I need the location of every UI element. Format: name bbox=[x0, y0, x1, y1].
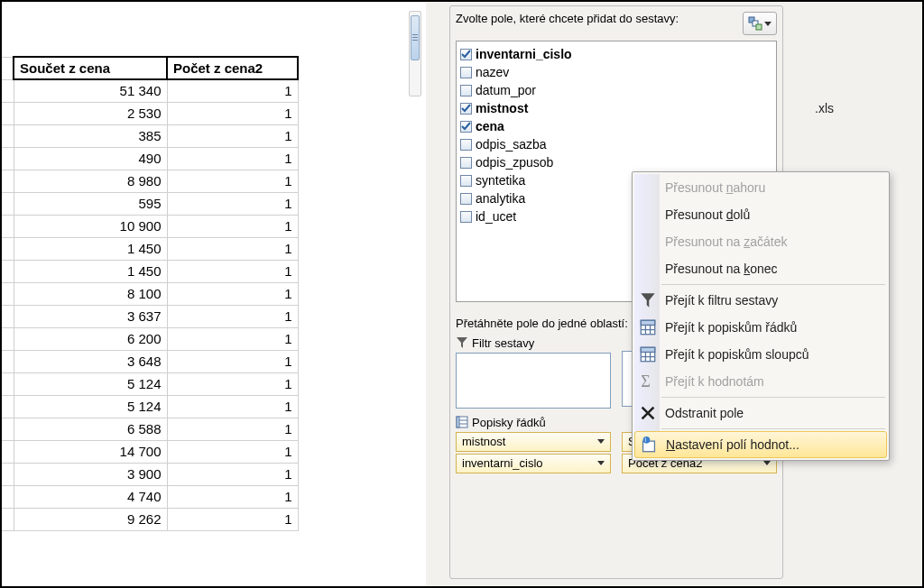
scrollbar-thumb[interactable] bbox=[411, 15, 420, 60]
pivot-table[interactable]: Součet z cena Počet z cena2 51 34012 530… bbox=[2, 56, 426, 531]
cell-pocet[interactable]: 1 bbox=[167, 192, 298, 215]
field-label: datum_por bbox=[476, 83, 536, 97]
menu-item[interactable]: Odstranit pole bbox=[634, 400, 887, 427]
cell-soucet[interactable]: 3 637 bbox=[14, 305, 167, 327]
context-menu[interactable]: Přesunout nahoruPřesunout dolůPřesunout … bbox=[632, 171, 890, 461]
menu-item[interactable]: Přejít k filtru sestavy bbox=[634, 287, 887, 314]
layout-options-button[interactable] bbox=[743, 12, 777, 35]
menu-item[interactable]: Přejít k popiskům řádků bbox=[634, 314, 887, 341]
svg-rect-2 bbox=[756, 24, 762, 30]
cell-soucet[interactable]: 595 bbox=[14, 192, 167, 215]
cell-pocet[interactable]: 1 bbox=[167, 170, 298, 192]
cell-pocet[interactable]: 1 bbox=[167, 372, 298, 395]
cell-soucet[interactable]: 490 bbox=[14, 147, 167, 170]
cell-pocet[interactable]: 1 bbox=[167, 215, 298, 237]
checkbox-icon[interactable] bbox=[460, 193, 472, 205]
cell-pocet[interactable]: 1 bbox=[167, 237, 298, 260]
cell-soucet[interactable]: 385 bbox=[14, 124, 167, 147]
field-mistnost[interactable]: mistnost bbox=[458, 99, 774, 117]
header-soucet[interactable]: Součet z cena bbox=[14, 57, 167, 79]
field-inventarni_cislo[interactable]: inventarni_cislo bbox=[458, 45, 774, 63]
cell-soucet[interactable]: 1 450 bbox=[14, 260, 167, 282]
cell-soucet[interactable]: 51 340 bbox=[14, 79, 167, 102]
field-label: analytika bbox=[476, 191, 525, 206]
field-cena[interactable]: cena bbox=[458, 117, 774, 135]
field-odpis_zpusob[interactable]: odpis_zpusob bbox=[458, 153, 774, 171]
cell-pocet[interactable]: 1 bbox=[167, 147, 298, 170]
cell-pocet[interactable]: 1 bbox=[167, 463, 298, 485]
blank-icon bbox=[640, 261, 656, 277]
svg-rect-6 bbox=[457, 417, 459, 427]
cell-pocet[interactable]: 1 bbox=[167, 102, 298, 124]
filter-zone[interactable] bbox=[456, 353, 611, 409]
info-icon: i bbox=[641, 436, 657, 453]
checkbox-icon[interactable] bbox=[460, 49, 472, 60]
dropdown-icon bbox=[764, 22, 772, 26]
blank-icon bbox=[640, 207, 656, 223]
cell-pocet[interactable]: 1 bbox=[167, 508, 298, 530]
cell-soucet[interactable]: 8 980 bbox=[14, 170, 167, 192]
field-label: cena bbox=[476, 119, 504, 133]
cell-pocet[interactable]: 1 bbox=[167, 305, 298, 327]
cell-soucet[interactable]: 10 900 bbox=[14, 215, 167, 237]
window: Součet z cena Počet z cena2 51 34012 530… bbox=[0, 0, 924, 588]
cell-soucet[interactable]: 8 100 bbox=[14, 282, 167, 305]
field-odpis_sazba[interactable]: odpis_sazba bbox=[458, 135, 774, 153]
dropdown-icon[interactable] bbox=[763, 461, 771, 465]
menu-item[interactable]: Přesunout dolů bbox=[634, 201, 887, 228]
field-label: inventarni_cislo bbox=[476, 47, 572, 61]
checkbox-icon[interactable] bbox=[460, 139, 472, 151]
menu-item[interactable]: Přesunout na konec bbox=[634, 255, 887, 282]
svg-rect-12 bbox=[641, 320, 654, 325]
cell-soucet[interactable]: 5 124 bbox=[14, 372, 167, 395]
cell-pocet[interactable]: 1 bbox=[167, 418, 298, 440]
cell-soucet[interactable]: 1 450 bbox=[14, 237, 167, 260]
grid-icon bbox=[456, 416, 468, 428]
checkbox-icon[interactable] bbox=[460, 103, 472, 115]
file-extension-peek: .xls bbox=[815, 101, 834, 115]
cell-pocet[interactable]: 1 bbox=[167, 440, 298, 463]
checkbox-icon[interactable] bbox=[460, 211, 472, 223]
funnel-icon bbox=[456, 336, 468, 349]
checkbox-icon[interactable] bbox=[460, 175, 472, 187]
cell-pocet[interactable]: 1 bbox=[167, 327, 298, 350]
checkbox-icon[interactable] bbox=[460, 157, 472, 169]
cell-pocet[interactable]: 1 bbox=[167, 282, 298, 305]
vertical-scrollbar[interactable] bbox=[409, 11, 421, 96]
cell-soucet[interactable]: 3 648 bbox=[14, 350, 167, 372]
menu-item[interactable]: Přejít k popiskům sloupců bbox=[634, 341, 887, 368]
dropdown-icon[interactable] bbox=[597, 439, 605, 444]
cell-pocet[interactable]: 1 bbox=[167, 260, 298, 282]
choose-fields-label: Zvolte pole, které chcete přidat do sest… bbox=[456, 12, 708, 26]
cell-soucet[interactable]: 9 262 bbox=[14, 508, 167, 530]
funnel-icon bbox=[640, 292, 656, 308]
field-datum_por[interactable]: datum_por bbox=[458, 81, 774, 99]
spreadsheet-area: Součet z cena Počet z cena2 51 34012 530… bbox=[2, 2, 426, 586]
rows-zone-header: Popisky řádků bbox=[456, 416, 611, 429]
cell-soucet[interactable]: 5 124 bbox=[14, 395, 167, 418]
cell-soucet[interactable]: 2 530 bbox=[14, 102, 167, 124]
rows-zone[interactable]: mistnostinventarni_cislo bbox=[456, 432, 611, 473]
checkbox-icon[interactable] bbox=[460, 121, 472, 133]
cell-pocet[interactable]: 1 bbox=[167, 485, 298, 508]
cell-pocet[interactable]: 1 bbox=[167, 79, 298, 102]
cell-pocet[interactable]: 1 bbox=[167, 124, 298, 147]
checkbox-icon[interactable] bbox=[460, 67, 472, 78]
cell-soucet[interactable]: 6 588 bbox=[14, 418, 167, 440]
field-nazev[interactable]: nazev bbox=[458, 63, 774, 81]
dropdown-icon[interactable] bbox=[597, 461, 605, 465]
cell-soucet[interactable]: 6 200 bbox=[14, 327, 167, 350]
field-label: odpis_sazba bbox=[476, 137, 547, 152]
cell-soucet[interactable]: 3 900 bbox=[14, 463, 167, 485]
cell-pocet[interactable]: 1 bbox=[167, 350, 298, 372]
checkbox-icon[interactable] bbox=[460, 85, 472, 96]
menu-item: ΣPřejít k hodnotám bbox=[634, 368, 887, 395]
row-field-inventarni_cislo[interactable]: inventarni_cislo bbox=[456, 454, 611, 473]
header-pocet[interactable]: Počet z cena2 bbox=[167, 57, 298, 79]
x-icon bbox=[640, 405, 656, 421]
row-field-mistnost[interactable]: mistnost bbox=[456, 432, 611, 452]
cell-pocet[interactable]: 1 bbox=[167, 395, 298, 418]
cell-soucet[interactable]: 4 740 bbox=[14, 485, 167, 508]
cell-soucet[interactable]: 14 700 bbox=[14, 440, 167, 463]
menu-item[interactable]: iNastavení polí hodnot... bbox=[634, 431, 887, 458]
